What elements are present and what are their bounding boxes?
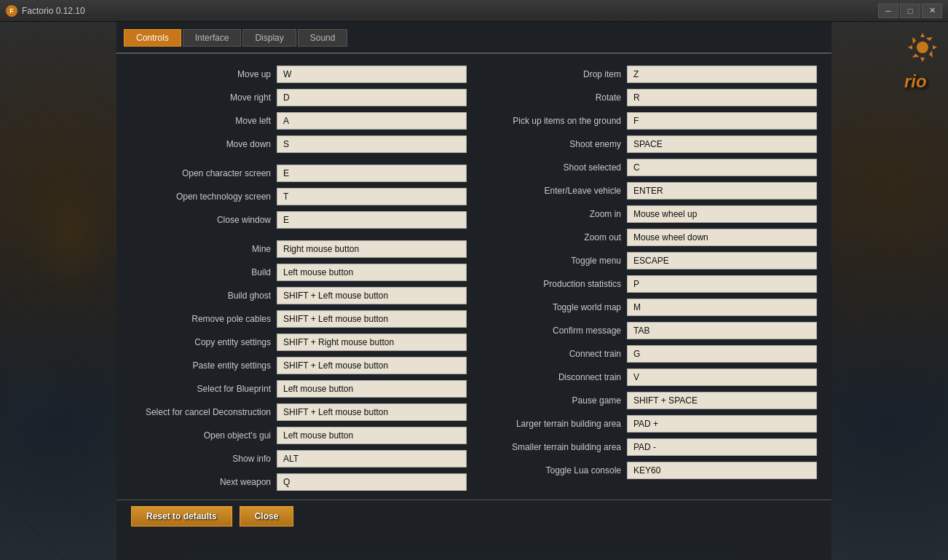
- maximize-button[interactable]: □: [900, 4, 920, 18]
- main-content: Controls Interface Display Sound Move up…: [0, 22, 948, 560]
- binding-label: Toggle Lua console: [481, 465, 627, 476]
- binding-value[interactable]: F: [627, 112, 817, 130]
- binding-value[interactable]: Right mouse button: [277, 240, 467, 258]
- binding-label: Move down: [131, 139, 277, 149]
- binding-value[interactable]: SPACE: [627, 135, 817, 153]
- binding-label: Next weapon: [131, 477, 277, 487]
- binding-next-weapon: Next weapon Q: [131, 470, 467, 494]
- binding-tech-screen: Open technology screen T: [131, 185, 467, 208]
- tab-display[interactable]: Display: [242, 29, 296, 47]
- close-settings-button[interactable]: Close: [240, 506, 294, 527]
- binding-move-right: Move right D: [131, 86, 467, 109]
- binding-production-stats: Production statistics P: [481, 272, 817, 296]
- binding-connect-train: Connect train G: [481, 342, 817, 366]
- binding-label: Move right: [131, 92, 277, 103]
- binding-show-info: Show info ALT: [131, 447, 467, 470]
- binding-label: Zoom out: [481, 232, 627, 242]
- binding-label: Confirm message: [481, 326, 627, 336]
- tab-controls[interactable]: Controls: [124, 29, 181, 47]
- binding-label: Pick up items on the ground: [481, 116, 627, 126]
- binding-value[interactable]: P: [627, 275, 817, 293]
- binding-label: Mine: [131, 244, 277, 254]
- bottom-bar: Reset to defaults Close: [116, 500, 832, 532]
- binding-label: Rotate: [481, 92, 627, 103]
- binding-value[interactable]: A: [277, 112, 467, 130]
- binding-label: Remove pole cables: [131, 314, 277, 324]
- binding-drop-item: Drop item Z: [481, 63, 817, 86]
- binding-value[interactable]: ENTER: [627, 182, 817, 200]
- reset-defaults-button[interactable]: Reset to defaults: [131, 506, 232, 527]
- binding-value[interactable]: W: [277, 66, 467, 83]
- binding-enter-leave-vehicle: Enter/Leave vehicle ENTER: [481, 179, 817, 202]
- binding-value[interactable]: V: [627, 368, 817, 386]
- binding-move-down: Move down S: [131, 133, 467, 156]
- binding-value[interactable]: SHIFT + Left mouse button: [277, 357, 467, 374]
- binding-zoom-out: Zoom out Mouse wheel down: [481, 226, 817, 249]
- binding-rotate: Rotate R: [481, 86, 817, 109]
- right-bindings-col: Drop item Z Rotate R Pick up items on th…: [481, 63, 817, 494]
- minimize-button[interactable]: ─: [878, 4, 898, 18]
- binding-label: Show info: [131, 454, 277, 464]
- binding-value[interactable]: SHIFT + Right mouse button: [277, 334, 467, 351]
- binding-shoot-selected: Shoot selected C: [481, 156, 817, 179]
- binding-value[interactable]: Left mouse button: [277, 427, 467, 444]
- binding-value[interactable]: Q: [277, 473, 467, 491]
- binding-value[interactable]: Left mouse button: [277, 380, 467, 398]
- window-controls: ─ □ ✕: [878, 4, 942, 18]
- binding-toggle-menu: Toggle menu ESCAPE: [481, 249, 817, 272]
- binding-value[interactable]: KEY60: [627, 462, 817, 479]
- binding-label: Larger terrain building area: [481, 419, 627, 429]
- binding-label: Open object's gui: [131, 430, 277, 441]
- binding-label: Zoom in: [481, 209, 627, 219]
- binding-value[interactable]: TAB: [627, 322, 817, 339]
- binding-value[interactable]: SHIFT + Left mouse button: [277, 310, 467, 328]
- binding-value[interactable]: SHIFT + SPACE: [627, 392, 817, 409]
- binding-label: Select for cancel Deconstruction: [131, 407, 277, 417]
- binding-label: Pause game: [481, 395, 627, 406]
- close-button[interactable]: ✕: [922, 4, 942, 18]
- binding-open-object-gui: Open object's gui Left mouse button: [131, 424, 467, 447]
- binding-value[interactable]: SHIFT + Left mouse button: [277, 403, 467, 421]
- binding-value[interactable]: ESCAPE: [627, 252, 817, 269]
- left-panel: [0, 22, 116, 560]
- binding-value[interactable]: M: [627, 299, 817, 316]
- binding-pause-game: Pause game SHIFT + SPACE: [481, 389, 817, 412]
- binding-zoom-in: Zoom in Mouse wheel up: [481, 202, 817, 226]
- binding-value[interactable]: Mouse wheel up: [627, 205, 817, 223]
- binding-value[interactable]: T: [277, 188, 467, 205]
- binding-label: Close window: [131, 215, 277, 225]
- binding-label: Shoot enemy: [481, 139, 627, 149]
- tab-interface[interactable]: Interface: [183, 29, 242, 47]
- binding-value[interactable]: G: [627, 345, 817, 363]
- binding-value[interactable]: PAD -: [627, 438, 817, 456]
- binding-value[interactable]: PAD +: [627, 415, 817, 433]
- window-title: Factorio 0.12.10: [22, 6, 85, 16]
- binding-value[interactable]: D: [277, 89, 467, 106]
- binding-value[interactable]: ALT: [277, 450, 467, 468]
- binding-value[interactable]: Left mouse button: [277, 264, 467, 281]
- binding-label: Production statistics: [481, 279, 627, 289]
- binding-value[interactable]: SHIFT + Left mouse button: [277, 287, 467, 304]
- left-bindings-col: Move up W Move right D Move left A Move …: [131, 63, 467, 494]
- binding-shoot-enemy: Shoot enemy SPACE: [481, 133, 817, 156]
- binding-label: Toggle world map: [481, 302, 627, 312]
- binding-smaller-terrain: Smaller terrain building area PAD -: [481, 435, 817, 459]
- binding-value[interactable]: Mouse wheel down: [627, 229, 817, 246]
- tab-sound[interactable]: Sound: [298, 29, 348, 47]
- binding-label: Build ghost: [131, 291, 277, 301]
- binding-label: Connect train: [481, 349, 627, 359]
- binding-label: Build: [131, 267, 277, 277]
- right-panel: rio: [832, 22, 948, 560]
- binding-close-window: Close window E: [131, 208, 467, 232]
- binding-value[interactable]: C: [627, 159, 817, 176]
- binding-spacer-1: [131, 156, 467, 162]
- binding-mine: Mine Right mouse button: [131, 237, 467, 261]
- binding-value[interactable]: Z: [627, 66, 817, 83]
- binding-value[interactable]: E: [277, 211, 467, 229]
- binding-value[interactable]: E: [277, 165, 467, 182]
- binding-paste-entity: Paste entity settings SHIFT + Left mouse…: [131, 354, 467, 377]
- binding-value[interactable]: R: [627, 89, 817, 106]
- binding-value[interactable]: S: [277, 135, 467, 153]
- binding-copy-entity: Copy entity settings SHIFT + Right mouse…: [131, 331, 467, 354]
- right-background-art: [832, 22, 948, 560]
